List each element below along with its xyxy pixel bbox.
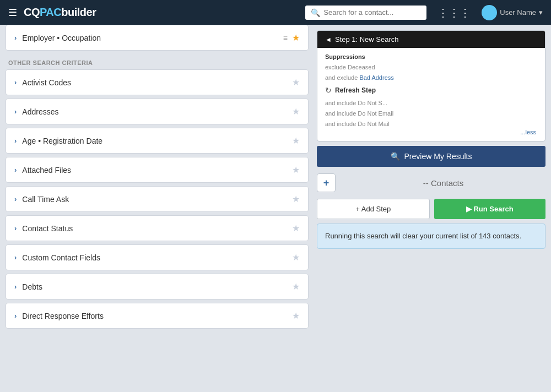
section-employer-occupation[interactable]: › Employer • Occupation ≡ ★ <box>6 25 309 51</box>
section-label: Activist Codes <box>22 78 292 87</box>
step-title: Step 1: New Search <box>335 35 399 43</box>
search-icon: 🔍 <box>311 8 320 17</box>
section-label: Direct Response Efforts <box>22 312 292 320</box>
refresh-icon: ↻ <box>325 86 332 95</box>
section-label: Addresses <box>22 107 292 116</box>
section-label: Contact Status <box>22 224 292 233</box>
list-icon[interactable]: ≡ <box>283 34 288 42</box>
action-row: + Add Step ▶ Run Search <box>317 199 545 219</box>
chevron-icon: › <box>14 312 17 320</box>
chevron-icon: › <box>14 282 17 291</box>
less-link[interactable]: ...less <box>325 129 537 135</box>
star-icon[interactable]: ★ <box>292 252 300 263</box>
section-icons: ≡ ★ <box>283 32 300 43</box>
search-bar: 🔍 <box>305 6 426 20</box>
refresh-label[interactable]: Refresh Step <box>335 86 376 94</box>
section-contact-status[interactable]: › Contact Status ★ <box>6 215 309 241</box>
bad-address-link[interactable]: Bad Address <box>359 74 393 81</box>
section-direct-response-efforts[interactable]: › Direct Response Efforts ★ <box>6 303 309 329</box>
add-step-button[interactable]: + Add Step <box>317 199 430 219</box>
section-activist-codes[interactable]: › Activist Codes ★ <box>6 69 309 95</box>
run-search-button[interactable]: ▶ Run Search <box>434 199 546 219</box>
star-icon[interactable]: ★ <box>292 281 300 292</box>
chevron-icon: › <box>14 137 17 145</box>
suppressions-title: Suppressions <box>325 53 537 60</box>
step-card: ◄ Step 1: New Search Suppressions exclud… <box>317 30 545 141</box>
suppression-line-5: and include Do Not Mail <box>325 119 537 129</box>
other-criteria-label: OTHER SEARCH CRITERIA <box>6 54 309 69</box>
star-icon[interactable]: ★ <box>292 311 300 321</box>
right-panel: ◄ Step 1: New Search Suppressions exclud… <box>314 25 551 392</box>
section-label: Employer • Occupation <box>22 34 283 42</box>
star-icon[interactable]: ★ <box>292 223 300 233</box>
chevron-icon: › <box>14 195 17 203</box>
contacts-row: + -- Contacts <box>317 171 545 194</box>
suppression-line-4: and include Do Not Email <box>325 108 537 119</box>
main-layout: › Employer • Occupation ≡ ★ OTHER SEARCH… <box>0 25 551 392</box>
add-contacts-button[interactable]: + <box>317 173 336 192</box>
star-icon[interactable]: ★ <box>292 77 300 88</box>
section-attached-files[interactable]: › Attached Files ★ <box>6 157 309 183</box>
chevron-icon: › <box>14 78 17 86</box>
section-label: Custom Contact Fields <box>22 253 292 262</box>
suppression-line-3: and include Do Not S... <box>325 98 537 108</box>
chevron-icon: › <box>14 166 17 174</box>
section-debts[interactable]: › Debts ★ <box>6 274 309 300</box>
app-logo: CQPACbuilder <box>24 6 96 19</box>
section-addresses[interactable]: › Addresses ★ <box>6 99 309 124</box>
grid-icon[interactable]: ⋮⋮⋮ <box>437 6 471 19</box>
star-icon[interactable]: ★ <box>292 165 300 175</box>
step-arrow-icon: ◄ <box>325 36 332 43</box>
refresh-row: ↻ Refresh Step <box>325 86 537 95</box>
step-body: Suppressions exclude Deceased and exclud… <box>317 48 545 141</box>
preview-search-icon: 🔍 <box>391 152 400 161</box>
star-icon[interactable]: ★ <box>292 32 300 43</box>
star-icon[interactable]: ★ <box>292 106 300 117</box>
chevron-icon: › <box>14 224 17 232</box>
user-name: User Name <box>500 8 536 17</box>
suppression-line-2: and exclude Bad Address <box>325 73 537 83</box>
app-header: ☰ CQPACbuilder 🔍 ⋮⋮⋮ User Name ▾ <box>0 0 551 25</box>
contacts-label: -- Contacts <box>341 178 545 188</box>
section-custom-contact-fields[interactable]: › Custom Contact Fields ★ <box>6 244 309 270</box>
section-label: Debts <box>22 282 292 291</box>
section-label: Age • Registration Date <box>22 137 292 145</box>
preview-results-button[interactable]: 🔍 Preview My Results <box>317 146 545 167</box>
suppression-line-1: exclude Deceased <box>325 62 537 73</box>
step-header: ◄ Step 1: New Search <box>317 31 545 48</box>
star-icon[interactable]: ★ <box>292 194 300 204</box>
section-label: Call Time Ask <box>22 195 292 204</box>
search-input[interactable] <box>323 8 417 17</box>
section-age-registration[interactable]: › Age • Registration Date ★ <box>6 128 309 154</box>
section-call-time-ask[interactable]: › Call Time Ask ★ <box>6 186 309 212</box>
user-menu[interactable]: User Name ▾ <box>482 5 543 20</box>
left-panel: › Employer • Occupation ≡ ★ OTHER SEARCH… <box>0 25 314 392</box>
notice-box: Running this search will clear your curr… <box>317 224 545 249</box>
menu-icon[interactable]: ☰ <box>8 7 17 19</box>
chevron-icon: › <box>14 107 17 116</box>
user-chevron-icon: ▾ <box>539 8 543 17</box>
section-label: Attached Files <box>22 166 292 175</box>
preview-label: Preview My Results <box>404 152 472 161</box>
chevron-icon: › <box>14 34 17 42</box>
star-icon[interactable]: ★ <box>292 135 300 146</box>
avatar <box>482 5 497 20</box>
chevron-icon: › <box>14 253 17 262</box>
